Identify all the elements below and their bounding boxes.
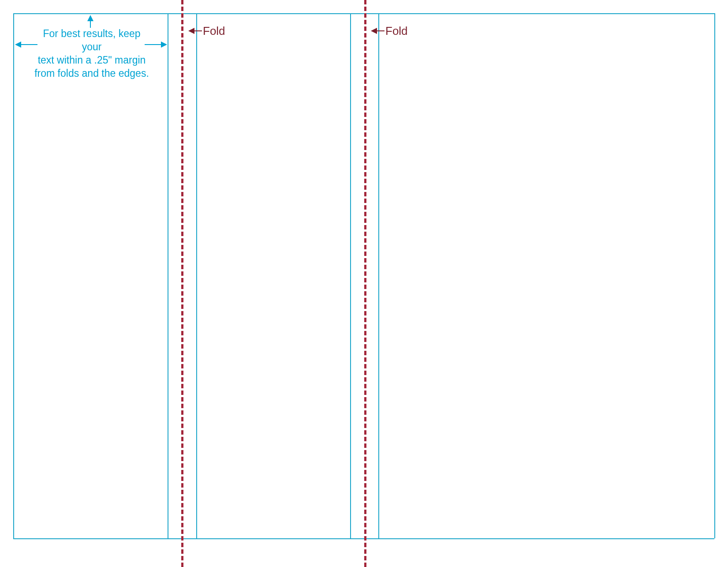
- hint-up-arrow-icon: [87, 15, 93, 21]
- fold1-arrow-icon: [188, 28, 194, 34]
- panel2-margin-left: [196, 13, 197, 538]
- panel2-margin-right: [350, 13, 351, 538]
- hint-line-2: text within a .25" margin: [34, 54, 149, 67]
- panel1-margin-right: [168, 13, 168, 538]
- hint-line-1: For best results, keep your: [34, 27, 149, 54]
- panel3-margin-left: [378, 13, 379, 538]
- fold2-arrow-shaft: [377, 30, 385, 31]
- hint-right-arrow-shaft: [145, 44, 161, 45]
- hint-up-arrow-shaft: [90, 21, 91, 28]
- margin-hint-text: For best results, keep your text within …: [34, 27, 149, 80]
- fold1-label: Fold: [203, 25, 225, 37]
- hint-right-arrow-icon: [161, 41, 167, 48]
- hint-left-arrow-icon: [15, 41, 21, 48]
- fold2-label: Fold: [385, 25, 408, 37]
- hint-left-arrow-shaft: [21, 44, 37, 45]
- hint-line-3: from folds and the edges.: [34, 67, 149, 80]
- fold-line-1: [181, 0, 183, 567]
- fold-line-2: [364, 0, 366, 567]
- fold1-arrow-shaft: [194, 30, 202, 31]
- trim-bottom: [13, 538, 714, 539]
- trifold-template-stage: Fold Fold For best results, keep your te…: [0, 0, 728, 567]
- fold2-arrow-icon: [371, 28, 377, 34]
- trim-right: [714, 13, 715, 538]
- trim-top: [13, 13, 714, 14]
- trim-left: [13, 13, 14, 538]
